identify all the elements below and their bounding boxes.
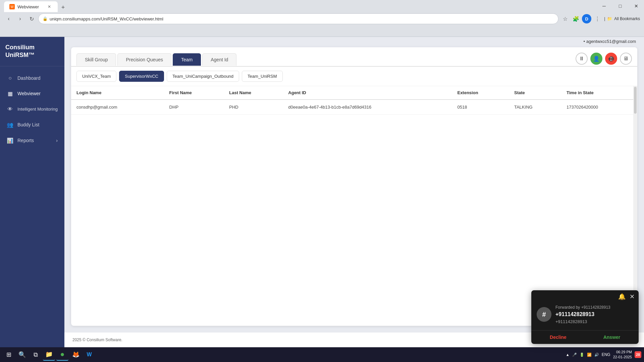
- back-button[interactable]: ‹: [4, 14, 13, 23]
- profile-button[interactable]: D: [582, 14, 591, 23]
- monitoring-icon: 👁: [7, 106, 13, 112]
- pause-button[interactable]: ⏸: [576, 53, 588, 65]
- buddy-icon: 👥: [7, 122, 13, 128]
- footer-text: 2025 © Consilium Software.: [72, 338, 122, 342]
- taskbar-app-task-view[interactable]: ⧉: [30, 349, 42, 361]
- taskbar-app-chrome[interactable]: ●: [56, 349, 68, 361]
- sidebar-item-webviewer[interactable]: ▦ Webviewer: [0, 86, 64, 102]
- bookmark-button[interactable]: ☆: [560, 14, 570, 23]
- cell-agent-id: d0eeae0a-4e67-4b13-b1cb-e8a7d69d4316: [283, 100, 452, 115]
- browser-tab-active[interactable]: W Webviewer ✕: [4, 1, 58, 12]
- agent-table: Login Name First Name Last Name Agent ID…: [71, 86, 637, 115]
- table-row[interactable]: consdhp@gmail.com DHP PHD d0eeae0a-4e67-…: [71, 100, 637, 115]
- taskbar-network-icon[interactable]: 📶: [587, 353, 592, 357]
- extensions-button[interactable]: 🧩: [571, 14, 581, 23]
- menu-button[interactable]: ⋮: [593, 14, 602, 23]
- taskbar-mic-icon[interactable]: 🎤: [572, 353, 577, 357]
- sidebar-item-label: Dashboard: [17, 75, 41, 81]
- webviewer-icon: ▦: [7, 90, 13, 97]
- notification-close-button[interactable]: ✕: [630, 293, 635, 300]
- monitor-button[interactable]: 🖥: [620, 53, 632, 65]
- start-button[interactable]: ⊞: [3, 349, 15, 361]
- forward-button[interactable]: ›: [15, 14, 25, 23]
- taskbar-volume-icon[interactable]: 🔊: [594, 353, 599, 357]
- cell-time-in-state: 1737026420000: [561, 100, 637, 115]
- tab-team[interactable]: Team: [173, 53, 201, 66]
- tab-agent-id[interactable]: Agent Id: [202, 53, 236, 66]
- tabs-actions: ⏸ 👤 📵 🖥: [576, 53, 632, 66]
- sidebar-item-reports[interactable]: 📊 Reports ›: [0, 133, 64, 148]
- taskbar-clock[interactable]: 06:29 PM 22-01-2025: [613, 350, 632, 360]
- address-bar[interactable]: 🔒 uniqm.consiliumapps.com/UniRSM_WxCC/we…: [38, 13, 558, 24]
- agent-status-button[interactable]: 👤: [590, 53, 602, 65]
- bell-icon: 🔔: [618, 293, 626, 300]
- notification-number-primary: +911142828913: [555, 310, 610, 318]
- col-header-first-name: First Name: [164, 86, 224, 100]
- tab-title: Webviewer: [17, 4, 39, 9]
- sidebar-logo: Consilium UniRSM™: [0, 37, 64, 66]
- decline-button[interactable]: Decline: [531, 330, 585, 344]
- taskbar-app-inkscape[interactable]: 🦊: [70, 349, 82, 361]
- taskbar-app-file-explorer[interactable]: 📁: [43, 349, 55, 361]
- close-button[interactable]: ✕: [629, 1, 644, 11]
- user-email: agentwxcc51@gmail.com: [586, 39, 636, 44]
- notification-avatar: #: [537, 307, 551, 322]
- sidebar-item-dashboard[interactable]: ○ Dashboard: [0, 70, 64, 86]
- taskbar-language: ENG: [602, 352, 610, 357]
- sidebar-item-label: Buddy List: [17, 122, 39, 127]
- sidebar-item-label: Reports: [17, 138, 34, 143]
- taskbar-date-text: 22-01-2025: [613, 355, 632, 360]
- tab-precision-queues[interactable]: Precision Queues: [117, 53, 171, 66]
- webviewer-panel: Skill Group Precision Queues Team Agent …: [71, 47, 637, 326]
- notification-body: # Forwarded by +911142828913 +9111428289…: [531, 303, 639, 330]
- sub-tab-supervisor-wxcc[interactable]: SupervisorWxCC: [119, 71, 164, 82]
- taskbar-time-text: 06:29 PM: [613, 350, 632, 355]
- taskbar: ⊞ 🔍 ⧉ 📁 ● 🦊 W ▲ 🎤 🔋 📶 🔊 ENG 06:29 PM 22-…: [0, 347, 644, 362]
- new-tab-button[interactable]: +: [58, 3, 68, 12]
- lock-icon: 🔒: [43, 16, 48, 21]
- notification-text: Forwarded by +911142828913 +911142828913…: [555, 304, 610, 325]
- scrollbar[interactable]: [633, 86, 637, 326]
- sub-tab-unicvx-team[interactable]: UniVCX_Team: [76, 71, 116, 82]
- sidebar-item-label: Webviewer: [17, 91, 41, 96]
- sidebar-item-buddy-list[interactable]: 👥 Buddy List: [0, 117, 64, 133]
- logo-line1: Consilium: [5, 44, 35, 51]
- col-header-time-in-state: Time in State: [561, 86, 637, 100]
- minimize-button[interactable]: ─: [596, 1, 612, 11]
- reports-chevron-icon: ›: [56, 138, 58, 143]
- data-table-container: Login Name First Name Last Name Agent ID…: [71, 86, 637, 326]
- cell-first-name: DHP: [164, 100, 224, 115]
- taskbar-app-search[interactable]: 🔍: [16, 349, 28, 361]
- main-tabs: Skill Group Precision Queues Team Agent …: [76, 53, 236, 66]
- taskbar-up-icon[interactable]: ▲: [566, 353, 570, 357]
- taskbar-battery-icon[interactable]: 🔋: [580, 353, 584, 357]
- col-header-login-name: Login Name: [71, 86, 164, 100]
- tab-close-button[interactable]: ✕: [46, 4, 52, 10]
- taskbar-badge[interactable]: 28: [635, 351, 641, 358]
- bullet: •: [583, 39, 585, 44]
- bookmarks-area: | 📁 All Bookmarks: [604, 16, 640, 21]
- cell-state: TALKING: [509, 100, 561, 115]
- user-info-bar: • agentwxcc51@gmail.com: [64, 37, 644, 46]
- cell-last-name: PHD: [224, 100, 283, 115]
- reload-button[interactable]: ↻: [27, 14, 36, 23]
- end-call-button[interactable]: 📵: [605, 53, 617, 65]
- cell-login-name: consdhp@gmail.com: [71, 100, 164, 115]
- notification-actions: Decline Answer: [531, 330, 639, 344]
- sub-tab-team-unicampaign-outbound[interactable]: Team_UniCampaign_Outbound: [167, 71, 239, 82]
- maximize-button[interactable]: □: [612, 1, 628, 11]
- scrollbar-thumb[interactable]: [634, 87, 637, 114]
- col-header-agent-id: Agent ID: [283, 86, 452, 100]
- sidebar-nav: ○ Dashboard ▦ Webviewer 👁 Intelligent Mo…: [0, 66, 64, 347]
- sidebar-item-intelligent-monitoring[interactable]: 👁 Intelligent Monitoring: [0, 102, 64, 117]
- taskbar-app-word[interactable]: W: [83, 349, 95, 361]
- sub-tabs: UniVCX_Team SupervisorWxCC Team_UniCampa…: [71, 67, 637, 86]
- sub-tab-team-unirism[interactable]: Team_UniRSM: [242, 71, 282, 82]
- reports-icon: 📊: [7, 137, 13, 144]
- taskbar-right: ▲ 🎤 🔋 📶 🔊 ENG 06:29 PM 22-01-2025 28: [566, 350, 641, 360]
- answer-button[interactable]: Answer: [585, 330, 639, 344]
- logo-line2: UniRSM™: [5, 52, 35, 58]
- tab-skill-group[interactable]: Skill Group: [76, 53, 116, 66]
- notification-popup: 🔔 ✕ # Forwarded by +911142828913 +911142…: [531, 290, 639, 344]
- col-header-last-name: Last Name: [224, 86, 283, 100]
